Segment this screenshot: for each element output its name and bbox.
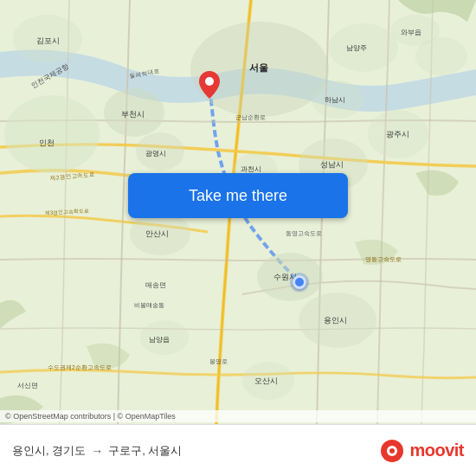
svg-point-17 <box>415 37 467 75</box>
route-destination: 구로구, 서울시 <box>108 443 182 459</box>
svg-point-49 <box>389 448 395 453</box>
svg-text:영동고속도로: 영동고속도로 <box>365 256 402 263</box>
svg-text:서신면: 서신면 <box>17 382 38 389</box>
svg-text:부천시: 부천시 <box>121 110 145 119</box>
svg-text:인천: 인천 <box>39 138 55 147</box>
svg-text:성남시: 성남시 <box>320 160 344 169</box>
moovit-brand-text: moovit <box>409 441 464 460</box>
svg-text:매송면: 매송면 <box>145 281 166 289</box>
svg-text:수도권제2순환고속도로: 수도권제2순환고속도로 <box>48 364 112 371</box>
moovit-logo: moovit <box>380 439 464 463</box>
svg-point-1 <box>4 95 100 173</box>
map-container: 인천국제공항 인천 김포시 부천시 광명시 서울 남양주 와부읍 하남시 과천시… <box>0 0 476 424</box>
route-arrow: → <box>91 444 103 458</box>
svg-text:서울: 서울 <box>249 62 268 73</box>
svg-text:봉영로: 봉영로 <box>209 358 228 365</box>
moovit-logo-icon <box>380 439 404 463</box>
route-origin: 용인시, 경기도 <box>12 443 86 459</box>
svg-text:오산시: 오산시 <box>254 376 278 385</box>
take-me-there-button[interactable]: Take me there <box>128 173 348 218</box>
svg-text:김포시: 김포시 <box>36 36 60 45</box>
svg-text:비봉매송동: 비봉매송동 <box>134 302 164 309</box>
svg-text:과천시: 과천시 <box>241 165 261 173</box>
svg-point-46 <box>205 77 214 86</box>
svg-text:군남순환로: 군남순환로 <box>235 114 266 121</box>
svg-text:광명시: 광명시 <box>145 150 166 158</box>
svg-text:와부읍: 와부읍 <box>401 29 421 36</box>
svg-text:광주시: 광주시 <box>386 130 409 138</box>
map-attribution: © OpenStreetMap contributors | © OpenMap… <box>0 410 476 422</box>
svg-text:동영고속도로: 동영고속도로 <box>286 230 322 237</box>
bottom-bar: 용인시, 경기도 → 구로구, 서울시 moovit <box>0 424 476 476</box>
svg-text:남양읍: 남양읍 <box>149 336 170 344</box>
current-location-marker <box>293 275 306 289</box>
svg-text:남양주: 남양주 <box>346 44 367 52</box>
svg-text:용인시: 용인시 <box>324 316 347 325</box>
svg-text:안산시: 안산시 <box>145 229 169 238</box>
route-info: 용인시, 경기도 → 구로구, 서울시 <box>12 443 380 459</box>
svg-text:하남시: 하남시 <box>325 96 345 104</box>
destination-marker <box>199 71 220 102</box>
